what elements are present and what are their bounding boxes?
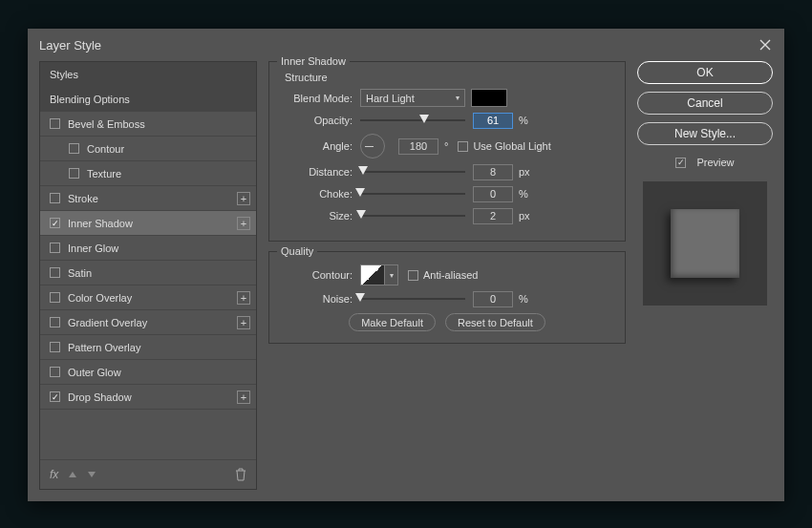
new-style-button[interactable]: New Style... <box>637 122 773 145</box>
effect-drop-shadow[interactable]: ✓Drop Shadow+ <box>40 385 256 410</box>
effect-color-overlay[interactable]: Color Overlay+ <box>40 285 256 310</box>
effect-inner-glow[interactable]: Inner Glow <box>40 236 256 261</box>
quality-title: Quality <box>277 245 317 257</box>
arrow-up-icon[interactable] <box>68 470 77 479</box>
checkbox-icon[interactable]: ✓ <box>50 218 60 228</box>
angle-row: Angle: 180 ° Use Global Light <box>279 134 615 158</box>
layer-style-dialog: Layer Style Styles Blending Options Beve… <box>28 29 784 501</box>
size-row: Size: 2 px <box>279 207 615 224</box>
effect-outer-glow[interactable]: Outer Glow <box>40 360 256 385</box>
effects-footer: fx <box>40 460 256 489</box>
choke-label: Choke: <box>279 188 360 200</box>
size-input[interactable]: 2 <box>473 208 513 224</box>
distance-slider[interactable] <box>360 165 465 179</box>
effect-texture[interactable]: Texture <box>40 161 256 186</box>
list-spacer <box>40 410 256 460</box>
distance-row: Distance: 8 px <box>279 163 615 180</box>
add-icon[interactable]: + <box>237 217 250 230</box>
opacity-row: Opacity: 61 % <box>279 112 615 129</box>
add-icon[interactable]: + <box>237 192 250 205</box>
preview-label: Preview <box>696 157 734 168</box>
preview-checkbox[interactable]: ✓ <box>675 158 686 168</box>
dialog-buttons: OK Cancel New Style... ✓ Preview <box>637 61 773 490</box>
antialiased-checkbox[interactable] <box>408 270 418 281</box>
titlebar: Layer Style <box>28 29 784 61</box>
choke-slider[interactable] <box>360 187 465 201</box>
checkbox-icon[interactable] <box>69 168 79 179</box>
quality-group: Quality Contour: ▾ Anti-aliased Noise: 0… <box>268 251 626 344</box>
checkbox-icon[interactable] <box>50 118 60 129</box>
effect-satin[interactable]: Satin <box>40 261 256 285</box>
cancel-button[interactable]: Cancel <box>637 92 773 115</box>
effect-pattern-overlay[interactable]: Pattern Overlay <box>40 335 256 360</box>
reset-default-button[interactable]: Reset to Default <box>445 313 545 331</box>
noise-slider[interactable] <box>360 292 465 306</box>
styles-header[interactable]: Styles <box>40 62 256 87</box>
distance-label: Distance: <box>279 166 360 178</box>
contour-swatch[interactable] <box>360 264 385 285</box>
blend-mode-label: Blend Mode: <box>279 93 360 104</box>
noise-input[interactable]: 0 <box>473 291 513 307</box>
checkbox-icon[interactable] <box>50 367 60 377</box>
close-icon[interactable] <box>758 37 773 53</box>
angle-dial[interactable] <box>360 134 385 158</box>
noise-row: Noise: 0 % <box>279 290 615 307</box>
contour-row: Contour: ▾ Anti-aliased <box>279 264 615 285</box>
effect-gradient-overlay[interactable]: Gradient Overlay+ <box>40 310 256 335</box>
noise-label: Noise: <box>279 293 360 305</box>
size-slider[interactable] <box>360 209 465 222</box>
trash-icon[interactable] <box>235 468 246 481</box>
choke-input[interactable]: 0 <box>473 186 513 202</box>
checkbox-icon[interactable] <box>50 342 60 352</box>
effects-list: Styles Blending Options Bevel & Emboss C… <box>39 61 257 490</box>
opacity-input[interactable]: 61 <box>473 113 513 129</box>
contour-label: Contour: <box>279 269 360 281</box>
size-label: Size: <box>279 210 360 222</box>
dialog-content: Styles Blending Options Bevel & Emboss C… <box>28 61 784 501</box>
add-icon[interactable]: + <box>237 391 250 404</box>
checkbox-icon[interactable] <box>69 143 79 154</box>
dialog-title: Layer Style <box>39 38 101 53</box>
global-light-label: Use Global Light <box>473 140 550 152</box>
global-light-checkbox[interactable] <box>458 141 468 152</box>
antialiased-label: Anti-aliased <box>423 269 478 281</box>
checkbox-icon[interactable] <box>50 292 60 303</box>
structure-group: Inner Shadow Structure Blend Mode: Hard … <box>268 61 626 242</box>
checkbox-icon[interactable] <box>50 317 60 327</box>
checkbox-icon[interactable]: ✓ <box>50 391 60 402</box>
settings-panel: Inner Shadow Structure Blend Mode: Hard … <box>268 61 626 490</box>
make-default-button[interactable]: Make Default <box>349 313 436 331</box>
opacity-slider[interactable] <box>360 114 465 127</box>
preview-inner <box>671 209 739 278</box>
ok-button[interactable]: OK <box>637 61 773 84</box>
effect-bevel-emboss[interactable]: Bevel & Emboss <box>40 112 256 137</box>
effect-stroke[interactable]: Stroke+ <box>40 186 256 211</box>
add-icon[interactable]: + <box>237 316 250 329</box>
angle-label: Angle: <box>279 140 360 152</box>
contour-dropdown[interactable]: ▾ <box>385 264 398 285</box>
arrow-down-icon[interactable] <box>87 470 96 479</box>
effect-inner-shadow[interactable]: ✓Inner Shadow+ <box>40 211 256 236</box>
preview-swatch <box>643 181 767 306</box>
checkbox-icon[interactable] <box>50 267 60 278</box>
blending-options-row[interactable]: Blending Options <box>40 87 256 112</box>
choke-row: Choke: 0 % <box>279 185 615 202</box>
add-icon[interactable]: + <box>237 291 250 305</box>
color-swatch[interactable] <box>471 89 507 107</box>
panel-title: Inner Shadow <box>277 55 350 67</box>
effect-contour[interactable]: Contour <box>40 137 256 161</box>
structure-title: Structure <box>285 72 615 83</box>
chevron-down-icon: ▾ <box>456 94 459 102</box>
distance-input[interactable]: 8 <box>473 164 513 180</box>
opacity-label: Opacity: <box>279 115 360 126</box>
fx-icon[interactable]: fx <box>50 468 58 481</box>
checkbox-icon[interactable] <box>50 243 60 253</box>
blend-mode-select[interactable]: Hard Light ▾ <box>360 89 465 107</box>
checkbox-icon[interactable] <box>50 193 60 203</box>
blend-mode-row: Blend Mode: Hard Light ▾ <box>279 89 615 107</box>
angle-input[interactable]: 180 <box>398 138 438 155</box>
